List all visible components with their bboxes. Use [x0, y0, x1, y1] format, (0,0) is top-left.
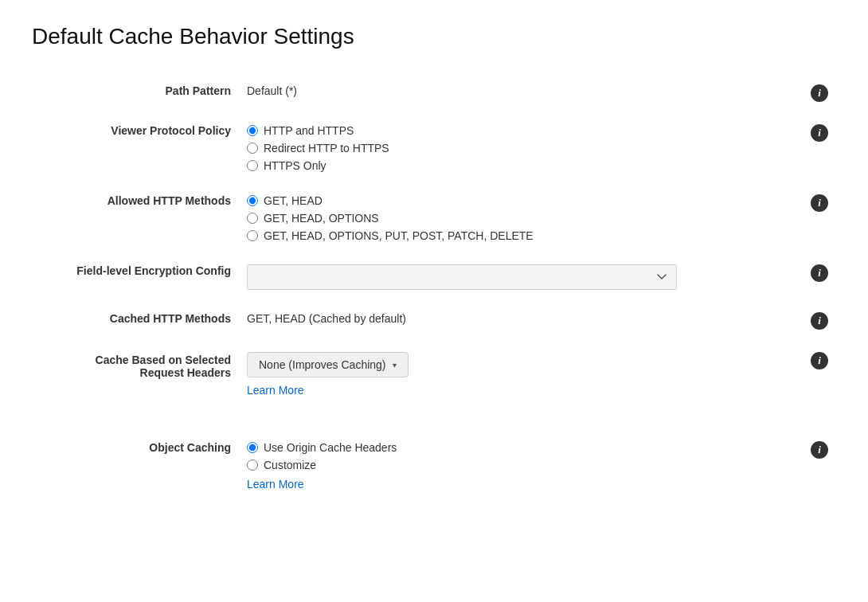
allowed-methods-info-icon[interactable]: i	[811, 194, 828, 212]
allowed-methods-get-head-options[interactable]: GET, HEAD, OPTIONS	[247, 212, 795, 225]
object-caching-use-origin-label: Use Origin Cache Headers	[264, 441, 397, 454]
viewer-protocol-https-only[interactable]: HTTPS Only	[247, 159, 795, 172]
object-caching-customize-radio[interactable]	[247, 459, 258, 471]
viewer-protocol-policy-label: Viewer Protocol Policy	[111, 124, 231, 137]
path-pattern-value: Default (*)	[247, 83, 297, 97]
field-level-encryption-info-icon[interactable]: i	[811, 264, 828, 282]
cached-http-methods-label: Cached HTTP Methods	[110, 312, 231, 325]
cache-based-headers-learn-more-link[interactable]: Learn More	[247, 384, 304, 397]
allowed-http-methods-label: Allowed HTTP Methods	[108, 194, 231, 207]
viewer-protocol-info-icon[interactable]: i	[811, 124, 828, 142]
cache-based-headers-label: Cache Based on Selected Request Headers	[96, 354, 231, 379]
allowed-methods-all-label: GET, HEAD, OPTIONS, PUT, POST, PATCH, DE…	[264, 229, 534, 242]
object-caching-use-origin[interactable]: Use Origin Cache Headers	[247, 441, 795, 454]
object-caching-customize-label: Customize	[264, 459, 316, 471]
allowed-methods-get-head-options-radio[interactable]	[247, 213, 258, 224]
viewer-protocol-https-only-radio[interactable]	[247, 160, 258, 171]
allowed-http-methods-group: GET, HEAD GET, HEAD, OPTIONS GET, HEAD, …	[247, 194, 795, 242]
cache-based-headers-dropdown[interactable]: None (Improves Caching) ▾	[247, 352, 409, 377]
object-caching-use-origin-radio[interactable]	[247, 442, 258, 453]
object-caching-customize[interactable]: Customize	[247, 459, 795, 471]
viewer-protocol-http-https-label: HTTP and HTTPS	[264, 124, 354, 137]
viewer-protocol-redirect-radio[interactable]	[247, 143, 258, 154]
cached-http-methods-value: GET, HEAD (Cached by default)	[247, 311, 406, 325]
cached-methods-info-icon[interactable]: i	[811, 312, 828, 330]
object-caching-label: Object Caching	[149, 441, 231, 454]
allowed-methods-get-head-radio[interactable]	[247, 195, 258, 206]
object-caching-info-icon[interactable]: i	[811, 441, 828, 459]
field-level-encryption-label: Field-level Encryption Config	[76, 264, 231, 277]
allowed-methods-get-head[interactable]: GET, HEAD	[247, 194, 795, 207]
path-pattern-label: Path Pattern	[166, 84, 231, 97]
path-pattern-info-icon[interactable]: i	[811, 84, 828, 102]
viewer-protocol-http-https[interactable]: HTTP and HTTPS	[247, 124, 795, 137]
allowed-methods-all-radio[interactable]	[247, 230, 258, 241]
allowed-methods-get-head-options-label: GET, HEAD, OPTIONS	[264, 212, 379, 225]
cache-based-headers-dropdown-value: None (Improves Caching)	[259, 358, 386, 371]
cache-based-headers-info-icon[interactable]: i	[811, 352, 828, 369]
field-level-encryption-select[interactable]	[247, 264, 677, 290]
viewer-protocol-policy-group: HTTP and HTTPS Redirect HTTP to HTTPS HT…	[247, 124, 795, 172]
cache-based-headers-chevron-icon: ▾	[393, 361, 397, 369]
allowed-methods-all[interactable]: GET, HEAD, OPTIONS, PUT, POST, PATCH, DE…	[247, 229, 795, 242]
object-caching-group: Use Origin Cache Headers Customize	[247, 441, 795, 471]
viewer-protocol-http-https-radio[interactable]	[247, 125, 258, 136]
object-caching-learn-more-link[interactable]: Learn More	[247, 478, 304, 491]
viewer-protocol-redirect[interactable]: Redirect HTTP to HTTPS	[247, 142, 795, 154]
viewer-protocol-https-only-label: HTTPS Only	[264, 159, 326, 172]
page-title: Default Cache Behavior Settings	[32, 24, 836, 49]
viewer-protocol-redirect-label: Redirect HTTP to HTTPS	[264, 142, 389, 154]
allowed-methods-get-head-label: GET, HEAD	[264, 194, 323, 207]
